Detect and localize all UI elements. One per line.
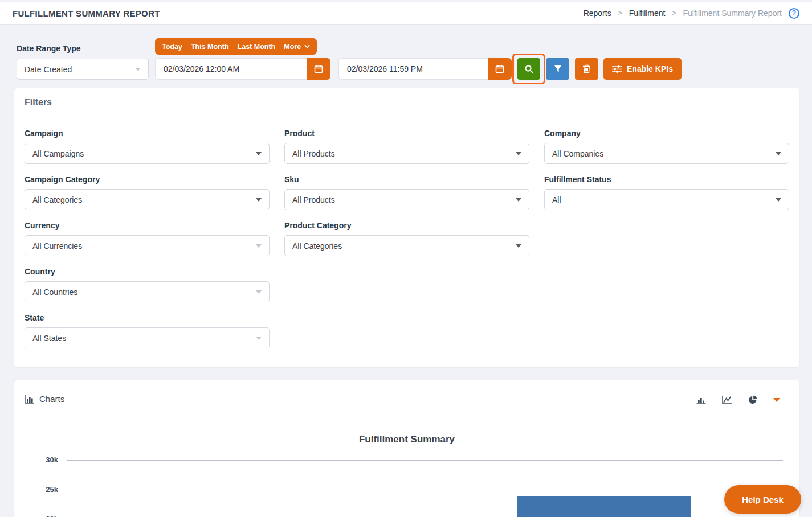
date-range-type-value: Date Created (25, 65, 72, 74)
filter-label: Campaign Category (25, 174, 270, 184)
breadcrumb-item-fulfillment[interactable]: Fulfillment (629, 9, 666, 18)
date-range-type-select[interactable]: Date Created (17, 59, 149, 80)
chart-gridline (67, 460, 783, 461)
filter-field-sku: SkuAll Products (284, 174, 529, 210)
chevron-down-icon (516, 198, 521, 202)
filters-grid: CampaignAll CampaignsCampaign CategoryAl… (25, 128, 789, 359)
filter-selected-value: All Companies (552, 149, 603, 158)
breadcrumb-separator: > (672, 9, 676, 17)
help-desk-label: Help Desk (742, 495, 784, 504)
filter-label: State (25, 313, 270, 323)
trash-icon (582, 64, 591, 73)
start-date-input[interactable] (155, 58, 307, 80)
filter-field-product-category: Product CategoryAll Categories (284, 220, 529, 256)
quick-range-label: Last Month (238, 43, 276, 51)
filter-field-state: StateAll States (25, 313, 270, 348)
quick-range-label: Today (162, 43, 182, 51)
filter-product-category-select[interactable]: All Categories (284, 235, 529, 256)
filters-column: CompanyAll CompaniesFulfillment StatusAl… (544, 128, 789, 359)
help-desk-button[interactable]: Help Desk (724, 485, 801, 514)
filter-label: Country (25, 266, 270, 277)
quick-range-last-month-button[interactable]: Last Month (238, 43, 276, 51)
start-date-group (155, 58, 330, 80)
quick-range-label: More (284, 43, 301, 51)
chevron-down-icon (256, 337, 262, 340)
filter-campaign-category-select[interactable]: All Categories (25, 189, 270, 210)
chevron-down-icon (256, 244, 262, 248)
filter-label: Company (544, 128, 789, 138)
filter-selected-value: All Currencies (32, 241, 82, 251)
quick-range-label: This Month (191, 43, 229, 51)
filter-label: Fulfillment Status (544, 174, 789, 184)
end-date-group (338, 58, 512, 80)
app-header: FULFILLMENT SUMMARY REPORT Reports>Fulfi… (0, 2, 812, 25)
filter-selected-value: All Products (292, 149, 335, 158)
filter-country-select[interactable]: All Countries (25, 281, 270, 302)
page-title: FULFILLMENT SUMMARY REPORT (13, 9, 160, 18)
chart-bar (517, 496, 691, 517)
delete-button[interactable] (575, 58, 598, 80)
chart-gridline (67, 490, 783, 490)
filter-selected-value: All Campaigns (32, 149, 84, 158)
calendar-icon (495, 64, 504, 73)
date-range-type-label: Date Range Type (17, 44, 81, 53)
filter-field-product: ProductAll Products (284, 128, 529, 164)
breadcrumb-item-reports[interactable]: Reports (584, 9, 611, 18)
end-date-calendar-button[interactable] (488, 58, 512, 80)
chart-ytick-label: 25k (14, 485, 58, 494)
breadcrumb-item-fulfillment-summary-report: Fulfillment Summary Report (683, 9, 782, 18)
filter-state-select[interactable]: All States (25, 327, 270, 348)
filter-product-select[interactable]: All Products (284, 143, 529, 164)
filter-selected-value: All Categories (292, 241, 342, 251)
quick-range-today-button[interactable]: Today (162, 43, 182, 51)
enable-kpis-button[interactable]: Enable KPIs (603, 58, 682, 80)
filter-field-currency: CurrencyAll Currencies (25, 220, 270, 256)
search-button[interactable] (517, 58, 540, 80)
sliders-icon (612, 65, 622, 73)
filter-campaign-select[interactable]: All Campaigns (25, 143, 270, 164)
help-icon[interactable]: ? (789, 8, 799, 19)
chevron-down-icon (135, 68, 141, 71)
filter-company-select[interactable]: All Companies (544, 143, 789, 164)
filter-button[interactable] (546, 58, 569, 80)
help-icon-glyph: ? (792, 9, 796, 17)
charts-panel: Charts Fulfillment Summary 30k25k20k (14, 380, 799, 517)
chart-ytick-label: 30k (14, 456, 58, 464)
filter-label: Product Category (284, 220, 529, 231)
quick-range-more-button[interactable]: More (284, 43, 310, 51)
filters-panel-title: Filters (25, 97, 52, 108)
filter-field-company: CompanyAll Companies (544, 128, 789, 164)
filter-field-fulfillment-status: Fulfillment StatusAll (544, 174, 789, 210)
enable-kpis-label: Enable KPIs (627, 64, 673, 73)
filter-field-country: CountryAll Countries (25, 266, 270, 302)
chart-plot-area: 30k25k20k (14, 380, 799, 517)
filter-sku-select[interactable]: All Products (284, 189, 529, 210)
filter-currency-select[interactable]: All Currencies (25, 235, 270, 256)
chevron-down-icon (256, 290, 262, 294)
filter-selected-value: All Products (292, 195, 335, 204)
chevron-down-icon (256, 152, 262, 155)
filter-fulfillment-status-select[interactable]: All (544, 189, 789, 210)
filter-label: Sku (284, 174, 529, 184)
quick-range-this-month-button[interactable]: This Month (191, 43, 229, 51)
breadcrumb: Reports>Fulfillment>Fulfillment Summary … (584, 8, 799, 19)
chevron-down-icon (776, 198, 781, 202)
filter-field-campaign-category: Campaign CategoryAll Categories (25, 174, 270, 210)
end-date-input[interactable] (338, 58, 488, 80)
start-date-calendar-button[interactable] (307, 58, 330, 80)
filters-column: ProductAll ProductsSkuAll ProductsProduc… (284, 128, 529, 359)
filter-label: Product (284, 128, 529, 138)
calendar-icon (314, 64, 323, 73)
filter-selected-value: All States (32, 334, 66, 343)
filter-selected-value: All Categories (32, 195, 82, 204)
filter-field-campaign: CampaignAll Campaigns (25, 128, 270, 164)
chart-ytick-label: 20k (14, 515, 58, 517)
chevron-down-icon (256, 198, 262, 202)
chevron-down-icon (776, 152, 781, 155)
filters-panel: Filters CampaignAll CampaignsCampaign Ca… (14, 88, 799, 367)
filter-label: Campaign (25, 128, 270, 138)
filter-icon (554, 65, 562, 73)
filter-label: Currency (25, 220, 270, 231)
chevron-down-icon (304, 44, 310, 48)
filter-selected-value: All Countries (32, 288, 77, 297)
